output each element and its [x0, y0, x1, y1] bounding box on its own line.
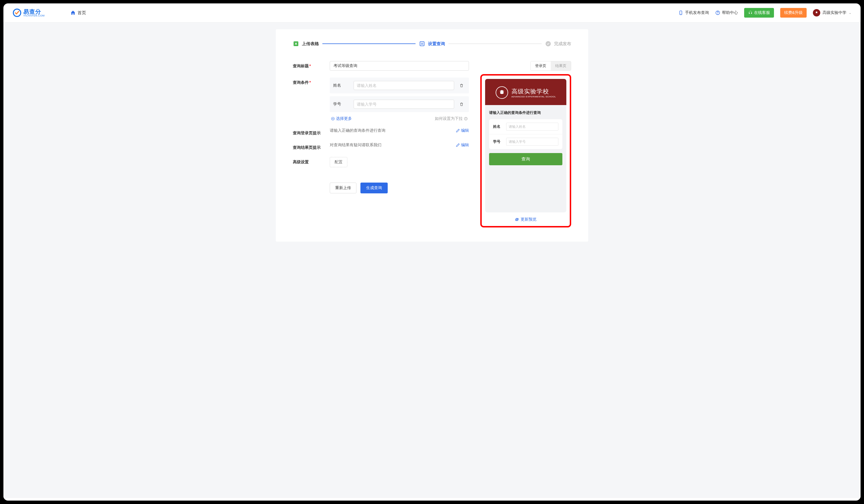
brand-logo[interactable]: 易查分 YICHAFEN.COM	[12, 8, 45, 17]
nav-home-label: 首页	[77, 10, 86, 16]
config-button[interactable]: 配置	[330, 157, 347, 167]
chevron-down-icon: ⌄	[849, 11, 852, 15]
phone-preview: 高级实验学校 ADVANCED EXPERIMENTAL SCHOOL 请输入正…	[485, 79, 566, 212]
title-input[interactable]	[330, 61, 469, 71]
help-icon	[715, 10, 720, 15]
dropdown-hint-label: 如何设置为下拉	[435, 116, 463, 121]
preview-highlight-frame: 高级实验学校 ADVANCED EXPERIMENTAL SCHOOL 请输入正…	[480, 74, 571, 227]
edit-label: 编辑	[461, 143, 469, 148]
pencil-icon	[456, 143, 460, 147]
step3-label: 完成发布	[554, 41, 571, 47]
logo-text-en: YICHAFEN.COM	[23, 14, 45, 17]
logo-icon	[12, 8, 22, 17]
advanced-label: 高级设置	[293, 157, 330, 165]
renew-upgrade-label: 续费&升级	[784, 10, 803, 15]
school-name-cn: 高级实验学校	[512, 87, 556, 95]
help-center-link[interactable]: 帮助中心	[715, 10, 738, 15]
school-logo-icon	[496, 86, 508, 99]
refresh-preview-link[interactable]: 更新预览	[515, 217, 537, 222]
stepper: 上传表格 设置查询 完成发布	[293, 40, 571, 47]
step-upload: 上传表格	[293, 40, 319, 47]
generate-button[interactable]: 生成查询	[360, 183, 388, 193]
select-more-label: 选择更多	[336, 116, 352, 121]
condition-row: 姓名	[330, 77, 469, 93]
mobile-publish-label: 手机发布查询	[685, 10, 709, 15]
phone-submit-button[interactable]: 查询	[489, 153, 562, 165]
excel-icon	[293, 40, 299, 47]
phone-id-label: 学号	[493, 139, 503, 144]
conditions-label: 查询条件*	[293, 77, 330, 85]
phone-name-input[interactable]	[506, 123, 559, 131]
dropdown-hint-link[interactable]: 如何设置为下拉	[435, 116, 468, 121]
plus-circle-icon	[331, 117, 335, 121]
user-name: 高级实验中学	[823, 10, 847, 15]
nav-home[interactable]: 首页	[70, 10, 86, 16]
delete-button[interactable]	[458, 100, 466, 108]
edit-result-hint-button[interactable]: 编辑	[456, 143, 469, 148]
refresh-icon	[515, 217, 519, 221]
edit-label: 编辑	[461, 128, 469, 133]
result-hint-text: 对查询结果有疑问请联系我们	[330, 143, 451, 148]
pencil-icon	[456, 129, 460, 133]
check-circle-icon	[545, 40, 551, 47]
headset-icon	[748, 11, 753, 15]
question-circle-icon	[464, 117, 468, 121]
select-more-link[interactable]: 选择更多	[331, 116, 352, 121]
online-service-label: 在线客服	[754, 10, 770, 15]
avatar	[813, 9, 820, 16]
svg-point-9	[545, 41, 551, 46]
condition-row: 学号	[330, 96, 469, 112]
reupload-button[interactable]: 重新上传	[330, 183, 357, 193]
step-publish: 完成发布	[545, 40, 571, 47]
mobile-publish-link[interactable]: 手机发布查询	[678, 10, 709, 15]
online-service-button[interactable]: 在线客服	[744, 8, 774, 17]
phone-hint-text: 请输入正确的查询条件进行查询	[489, 110, 562, 115]
mobile-icon	[678, 10, 683, 15]
help-center-label: 帮助中心	[722, 10, 738, 15]
step-configure: 设置查询	[419, 40, 445, 47]
cond-id-label: 学号	[333, 101, 350, 107]
settings-icon	[419, 40, 425, 47]
result-hint-label: 查询结果页提示	[293, 143, 330, 150]
step2-label: 设置查询	[428, 41, 445, 47]
cond-name-label: 姓名	[333, 83, 350, 88]
logo-text-cn: 易查分	[23, 9, 45, 14]
phone-id-input[interactable]	[506, 138, 559, 146]
app-header: 易查分 YICHAFEN.COM 首页 手机发布查询 帮助中心 在线客服 续费	[3, 3, 861, 22]
refresh-label: 更新预览	[520, 217, 537, 222]
delete-button[interactable]	[458, 82, 466, 89]
user-menu[interactable]: 高级实验中学 ⌄	[813, 9, 852, 16]
school-banner: 高级实验学校 ADVANCED EXPERIMENTAL SCHOOL	[485, 79, 566, 105]
school-name-en: ADVANCED EXPERIMENTAL SCHOOL	[512, 95, 556, 98]
trash-icon	[459, 102, 464, 107]
phone-name-label: 姓名	[493, 124, 503, 129]
trash-icon	[459, 83, 464, 88]
cond-id-input[interactable]	[353, 100, 454, 109]
renew-upgrade-button[interactable]: 续费&升级	[780, 8, 807, 17]
preview-tabs: 登录页 结果页	[530, 61, 571, 71]
tab-result[interactable]: 结果页	[551, 61, 571, 70]
edit-login-hint-button[interactable]: 编辑	[456, 128, 469, 133]
title-label: 查询标题*	[293, 61, 330, 69]
svg-rect-6	[420, 42, 424, 46]
login-hint-label: 查询登录页提示	[293, 128, 330, 136]
login-hint-text: 请输入正确的查询条件进行查询	[330, 128, 451, 133]
home-icon	[70, 10, 76, 16]
step1-label: 上传表格	[302, 41, 319, 47]
cond-name-input[interactable]	[353, 81, 454, 90]
tab-login[interactable]: 登录页	[530, 61, 551, 70]
